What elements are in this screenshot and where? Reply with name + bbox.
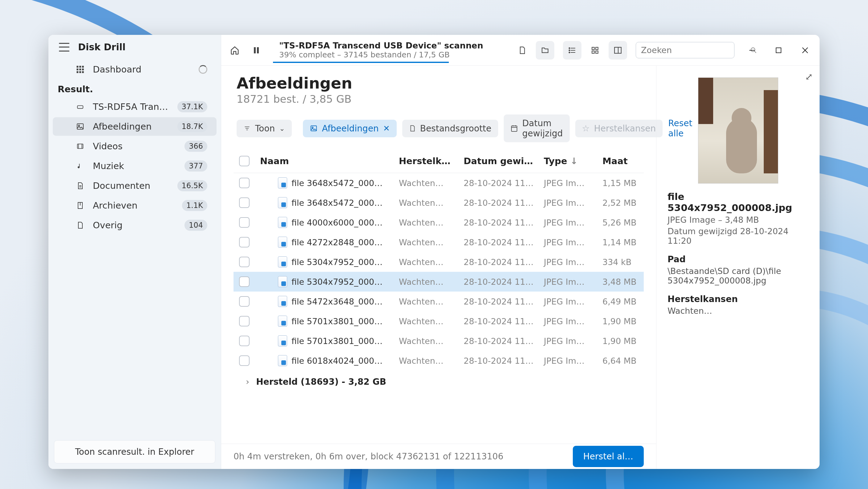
show-in-explorer-button[interactable]: Toon scanresult. in Explorer: [54, 440, 215, 463]
row-checkbox[interactable]: [239, 178, 250, 188]
row-herstel: Wachten…: [394, 297, 459, 306]
row-size: 3,48 MB: [597, 277, 644, 286]
table-row[interactable]: file 4000x6000_000…Wachten…28-10-2024 11…: [234, 213, 644, 232]
bestandsgrootte-filter-button[interactable]: Bestandsgrootte: [402, 120, 498, 137]
row-date: 28-10-2024 11:20: [459, 178, 539, 188]
details-filename: file 5304x7952_000008.jpg: [668, 191, 808, 213]
filter-icon: [243, 125, 251, 131]
sidebar-item-count: 366: [184, 141, 207, 152]
view-columns-button[interactable]: [609, 41, 627, 60]
page-subtitle: 18721 best. / 3,85 GB: [237, 93, 641, 105]
table-row[interactable]: file 5304x7952_000…Wachten…28-10-2024 11…: [234, 252, 644, 272]
sidebar-dashboard-label: Dashboard: [93, 64, 207, 75]
table-row[interactable]: file 3648x5472_000…Wachten…28-10-2024 11…: [234, 173, 644, 193]
table-row[interactable]: file 5701x3801_000…Wachten…28-10-2024 11…: [234, 311, 644, 331]
svg-rect-4: [79, 68, 81, 70]
row-size: 1,90 MB: [597, 336, 644, 346]
afbeeldingen-filter-chip[interactable]: Afbeeldingen ✕: [303, 120, 397, 137]
view-list-button[interactable]: [563, 41, 582, 60]
column-naam[interactable]: Naam: [255, 156, 394, 166]
row-herstel: Wachten…: [394, 277, 459, 286]
table-row[interactable]: file 5472x3648_000…Wachten…28-10-2024 11…: [234, 292, 644, 311]
maximize-button[interactable]: [770, 42, 787, 59]
file-icon: [278, 276, 287, 287]
close-button[interactable]: [797, 42, 813, 59]
table-row[interactable]: file 3648x5472_000…Wachten…28-10-2024 11…: [234, 193, 644, 213]
pause-button[interactable]: [247, 41, 266, 60]
column-maat[interactable]: Maat: [597, 156, 644, 166]
row-checkbox[interactable]: [239, 336, 250, 346]
search-input[interactable]: [641, 45, 746, 55]
row-herstel: Wachten…: [394, 198, 459, 208]
expand-icon[interactable]: ⤢: [805, 71, 813, 82]
other-icon: [75, 221, 86, 230]
table-row[interactable]: file 4272x2848_000…Wachten…28-10-2024 11…: [234, 232, 644, 252]
svg-rect-21: [257, 47, 259, 53]
sidebar-item-archive[interactable]: Archieven1.1K: [53, 196, 217, 215]
column-type[interactable]: Type ↓: [539, 156, 597, 166]
calendar-icon: [510, 125, 518, 132]
app-title: Disk Drill: [78, 42, 126, 53]
chevron-down-icon: ⌄: [279, 125, 285, 132]
toon-filter-button[interactable]: Toon ⌄: [237, 120, 292, 137]
search-box[interactable]: [636, 42, 735, 58]
sidebar-item-music[interactable]: Muziek377: [53, 157, 217, 175]
column-datum[interactable]: Datum gewijzi…: [459, 156, 539, 166]
table-header: Naam Herstelkansen Datum gewijzi… Type ↓…: [234, 149, 644, 173]
datum-filter-button[interactable]: Datum gewijzigd: [504, 115, 569, 142]
doc-icon: [75, 181, 86, 190]
file-icon: [278, 355, 287, 366]
svg-rect-3: [76, 68, 79, 70]
herstelkansen-filter-button[interactable]: ☆ Herstelkansen: [575, 120, 663, 137]
row-size: 2,52 MB: [597, 198, 644, 208]
sidebar-item-image[interactable]: Afbeeldingen18.7K: [53, 117, 217, 136]
table-row[interactable]: file 5304x7952_000…Wachten…28-10-2024 11…: [234, 272, 644, 292]
details-type-size: JPEG Image – 3,48 MB: [668, 215, 808, 224]
row-checkbox[interactable]: [239, 276, 250, 287]
view-document-button[interactable]: [513, 41, 531, 60]
menu-icon[interactable]: [59, 43, 69, 52]
details-herstel-heading: Herstelkansen: [668, 294, 808, 304]
sidebar-item-other[interactable]: Overig104: [53, 216, 217, 235]
row-checkbox[interactable]: [239, 237, 250, 247]
row-checkbox[interactable]: [239, 296, 250, 307]
row-checkbox[interactable]: [239, 356, 250, 366]
herstel-button[interactable]: Herstel al…: [573, 446, 644, 467]
sidebar-item-doc[interactable]: Documenten16.5K: [53, 177, 217, 195]
row-type: JPEG Im…: [539, 297, 597, 306]
row-checkbox[interactable]: [239, 257, 250, 267]
row-size: 6,64 MB: [597, 356, 644, 366]
home-button[interactable]: [225, 41, 244, 60]
sidebar-dashboard[interactable]: Dashboard: [53, 60, 217, 79]
video-icon: [75, 143, 86, 150]
row-checkbox[interactable]: [239, 217, 250, 228]
file-name: file 5701x3801_000…: [291, 336, 382, 346]
svg-point-25: [569, 48, 570, 49]
view-grid-button[interactable]: [586, 41, 604, 60]
row-date: 28-10-2024 11:20: [459, 297, 539, 306]
row-herstel: Wachten…: [394, 178, 459, 188]
preview-thumbnail[interactable]: [698, 78, 778, 184]
archive-icon: [75, 201, 86, 210]
svg-rect-5: [82, 68, 84, 70]
sidebar-item-label: Overig: [93, 220, 177, 231]
recovered-summary-row[interactable]: › Hersteld (18693) - 3,82 GB: [234, 370, 644, 393]
scan-subtitle: 39% compleet – 37145 bestanden / 17,5 GB: [279, 50, 443, 59]
minimize-button[interactable]: [744, 42, 761, 59]
svg-rect-37: [776, 48, 781, 53]
sidebar-item-video[interactable]: Videos366: [53, 137, 217, 155]
table-row[interactable]: file 6018x4024_000…Wachten…28-10-2024 11…: [234, 351, 644, 370]
view-folder-button[interactable]: [536, 41, 554, 60]
file-icon: [278, 177, 287, 188]
svg-rect-28: [592, 47, 594, 50]
row-checkbox[interactable]: [239, 316, 250, 327]
row-checkbox[interactable]: [239, 197, 250, 208]
sidebar-item-drive[interactable]: TS-RDF5A Transcend U…37.1K: [53, 97, 217, 116]
select-all-checkbox[interactable]: [239, 156, 250, 166]
column-herstelkansen[interactable]: Herstelkansen: [394, 156, 459, 166]
file-name: file 4272x2848_000…: [291, 238, 382, 247]
close-icon[interactable]: ✕: [383, 124, 390, 133]
scan-progress-tab[interactable]: "TS-RDF5A Transcend USB Device" scannen …: [273, 38, 449, 63]
table-row[interactable]: file 5701x3801_000…Wachten…28-10-2024 11…: [234, 331, 644, 351]
file-icon: [278, 217, 287, 228]
